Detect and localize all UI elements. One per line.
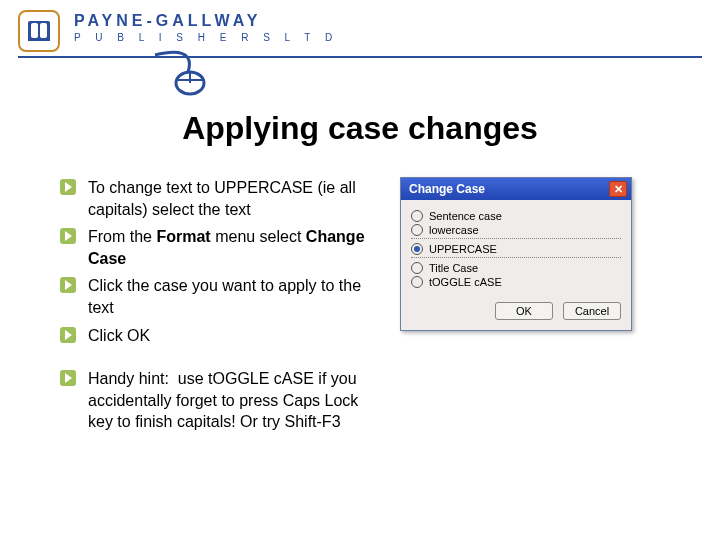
dialog-title-text: Change Case [409,182,485,196]
radio-icon [411,276,423,288]
radio-icon [411,210,423,222]
list-item: To change text to UPPERCASE (ie all capi… [60,177,380,220]
radio-icon [411,243,423,255]
bullet-icon [60,228,76,244]
brand-name-text: PAYNE-GALLWAY [74,12,338,30]
slide-title: Applying case changes [0,110,720,147]
bullet-icon [60,277,76,293]
radio-option[interactable]: lowercase [411,224,621,236]
radio-label: UPPERCASE [429,243,497,255]
ok-button[interactable]: OK [495,302,553,320]
radio-option[interactable]: UPPERCASE [411,243,621,255]
bullet-text: From the Format menu select Change Case [88,228,365,267]
header: PAYNE-GALLWAY P U B L I S H E R S L T D [0,0,720,56]
bullet-text: Click the case you want to apply to the … [88,277,361,316]
radio-option[interactable]: Sentence case [411,210,621,222]
bullet-list: To change text to UPPERCASE (ie all capi… [60,177,380,439]
dialog-titlebar: Change Case ✕ [401,178,631,200]
list-item: Handy hint: use tOGGLE cASE if you accid… [60,368,380,433]
brand-subtitle-text: P U B L I S H E R S L T D [74,32,338,43]
bullet-icon [60,370,76,386]
cancel-button[interactable]: Cancel [563,302,621,320]
main-content: To change text to UPPERCASE (ie all capi… [0,177,720,439]
list-item: Click OK [60,325,380,347]
bullet-icon [60,327,76,343]
bullet-text: Click OK [88,327,150,344]
dialog-button-row: OK Cancel [401,296,631,330]
publisher-name: PAYNE-GALLWAY P U B L I S H E R S L T D [74,12,338,43]
divider [411,257,621,258]
list-item: Click the case you want to apply to the … [60,275,380,318]
mouse-icon [150,50,210,100]
radio-label: Title Case [429,262,478,274]
list-item: From the Format menu select Change Case [60,226,380,269]
radio-option[interactable]: tOGGLE cASE [411,276,621,288]
publisher-logo-icon [18,10,60,52]
divider [18,56,702,58]
bullet-text: To change text to UPPERCASE (ie all capi… [88,179,356,218]
radio-label: lowercase [429,224,479,236]
radio-option[interactable]: Title Case [411,262,621,274]
radio-label: Sentence case [429,210,502,222]
change-case-dialog: Change Case ✕ Sentence case lowercase UP… [400,177,632,331]
radio-icon [411,224,423,236]
radio-label: tOGGLE cASE [429,276,502,288]
divider [411,238,621,239]
bullet-text: Handy hint: use tOGGLE cASE if you accid… [88,370,358,430]
bullet-icon [60,179,76,195]
close-icon[interactable]: ✕ [609,181,627,197]
radio-icon [411,262,423,274]
dialog-body: Sentence case lowercase UPPERCASE Title … [401,200,631,296]
